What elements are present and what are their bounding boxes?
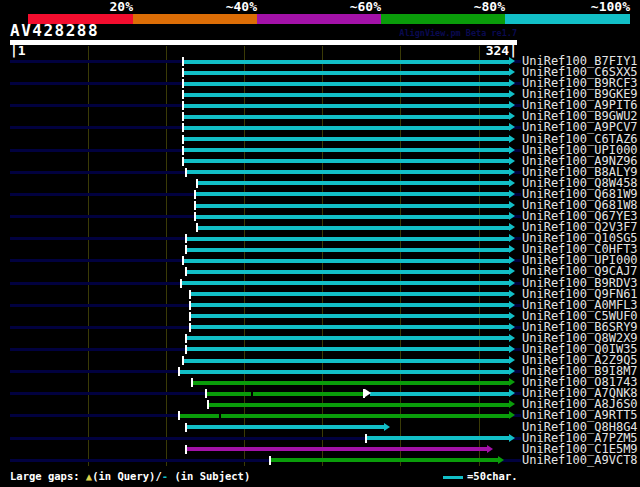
- ruler-end-label: 324|: [486, 45, 517, 57]
- bar-arrowhead-icon: [509, 245, 515, 253]
- bar-arrowhead-icon: [509, 312, 515, 320]
- bar-start-tick: [182, 79, 184, 88]
- alignment-bar: [271, 458, 498, 462]
- bar-start-tick: [189, 290, 191, 299]
- bar-start-tick: [189, 301, 191, 310]
- alignment-bar: [187, 336, 509, 340]
- fifty-char-swatch: [443, 476, 463, 479]
- alignment-bar: [187, 447, 487, 451]
- scale-label-~40%: ~40%: [226, 1, 257, 13]
- bar-start-tick: [182, 68, 184, 77]
- legend-label: Large gaps:: [10, 470, 86, 482]
- bar-start-tick: [185, 168, 187, 177]
- bar-arrowhead-icon: [487, 445, 493, 453]
- bar-arrowhead-icon: [509, 345, 515, 353]
- bar-start-tick: [182, 135, 184, 144]
- bar-arrowhead-icon: [509, 68, 515, 76]
- bar-arrowhead-icon: [509, 212, 515, 220]
- alignview-graphic: 20%~40%~60%~80%~100% AV428288 AlignView.…: [0, 0, 640, 487]
- alignment-bar: [184, 115, 510, 119]
- alignment-bar: [187, 237, 509, 241]
- bar-arrowhead-icon: [509, 90, 515, 98]
- bar-start-tick: [185, 423, 187, 432]
- alignment-bar: [198, 226, 509, 230]
- alignment-bar: [187, 170, 509, 174]
- alignment-bar: [184, 359, 510, 363]
- bar-start-tick: [196, 223, 198, 232]
- bar-arrowhead-icon: [509, 323, 515, 331]
- bar-arrowhead-icon: [509, 168, 515, 176]
- bar-arrowhead-icon: [509, 301, 515, 309]
- fifty-char-label: =50char.: [467, 469, 518, 483]
- alignment-row: UniRef100_A9VCT8: [0, 455, 640, 466]
- query-title: AV428288: [10, 24, 99, 37]
- bar-arrowhead-icon: [509, 434, 515, 442]
- bar-start-tick: [182, 157, 184, 166]
- legend-subject-text: (in Subject): [168, 470, 250, 482]
- alignment-bar: [184, 126, 510, 130]
- bar-arrowhead-icon: [509, 135, 515, 143]
- alignment-bar: [370, 392, 509, 396]
- bar-arrowhead-icon: [509, 179, 515, 187]
- scale-label-~80%: ~80%: [474, 1, 505, 13]
- bar-arrowhead-icon: [509, 57, 515, 65]
- scale-label-20%: 20%: [110, 1, 133, 13]
- scale-segment-~100%: [505, 14, 630, 24]
- bar-arrowhead-icon: [509, 190, 515, 198]
- alignment-bar: [367, 436, 510, 440]
- bar-start-tick: [185, 345, 187, 354]
- alignment-bar: [187, 270, 509, 274]
- bar-arrowhead-icon: [509, 223, 515, 231]
- bar-start-tick: [185, 267, 187, 276]
- alignment-bar: [191, 314, 509, 318]
- bar-start-tick: [185, 245, 187, 254]
- bar-arrowhead-icon: [509, 146, 515, 154]
- alignment-bar: [207, 392, 363, 396]
- bar-arrowhead-icon: [509, 157, 515, 165]
- legend-query-text: (in Query)/: [92, 470, 162, 482]
- bar-arrowhead-icon: [509, 79, 515, 87]
- scale-label-~100%: ~100%: [591, 1, 630, 13]
- alignment-bar: [187, 248, 509, 252]
- bar-arrowhead-icon: [509, 290, 515, 298]
- bar-start-tick: [182, 123, 184, 132]
- alignment-plot: UniRef100_B7FIY1UniRef100_C6SXX5UniRef10…: [0, 46, 640, 466]
- bar-start-tick: [185, 334, 187, 343]
- bar-arrowhead-icon: [509, 411, 515, 419]
- bar-start-tick: [182, 57, 184, 66]
- bar-start-tick: [182, 146, 184, 155]
- query-bar: [10, 40, 517, 45]
- bar-arrowhead-icon: [509, 378, 515, 386]
- alignment-bar: [180, 370, 509, 374]
- bar-start-tick: [178, 367, 180, 376]
- bar-arrowhead-icon: [509, 256, 515, 264]
- bar-start-tick: [194, 201, 196, 210]
- ruler-start-label: |1: [10, 45, 26, 57]
- bar-start-tick: [182, 101, 184, 110]
- alignment-bar: [180, 414, 509, 418]
- bar-start-tick: [182, 356, 184, 365]
- alignment-bar: [191, 292, 509, 296]
- alignment-bar: [196, 204, 509, 208]
- subject-gap-tick: [251, 392, 253, 396]
- bar-start-tick: [194, 190, 196, 199]
- bar-start-tick: [191, 378, 193, 387]
- bar-start-tick: [189, 312, 191, 321]
- bar-arrowhead-icon: [509, 101, 515, 109]
- bar-arrowhead-icon: [498, 456, 504, 464]
- alignment-bar: [184, 137, 510, 141]
- subject-gap-tick: [219, 414, 221, 418]
- hit-label[interactable]: UniRef100_A9VCT8: [522, 455, 638, 466]
- bar-start-tick: [189, 323, 191, 332]
- bar-arrowhead-icon: [509, 389, 515, 397]
- bar-arrowhead-icon: [509, 267, 515, 275]
- bar-start-tick: [180, 279, 182, 288]
- alignment-bar: [184, 60, 510, 64]
- bar-start-tick: [182, 256, 184, 265]
- bar-start-tick: [182, 112, 184, 121]
- bar-arrowhead-icon: [509, 367, 515, 375]
- alignment-bar: [184, 104, 510, 108]
- segment-break-marker-icon: [365, 389, 371, 397]
- bar-arrowhead-icon: [509, 356, 515, 364]
- scale-segment-~80%: [381, 14, 505, 24]
